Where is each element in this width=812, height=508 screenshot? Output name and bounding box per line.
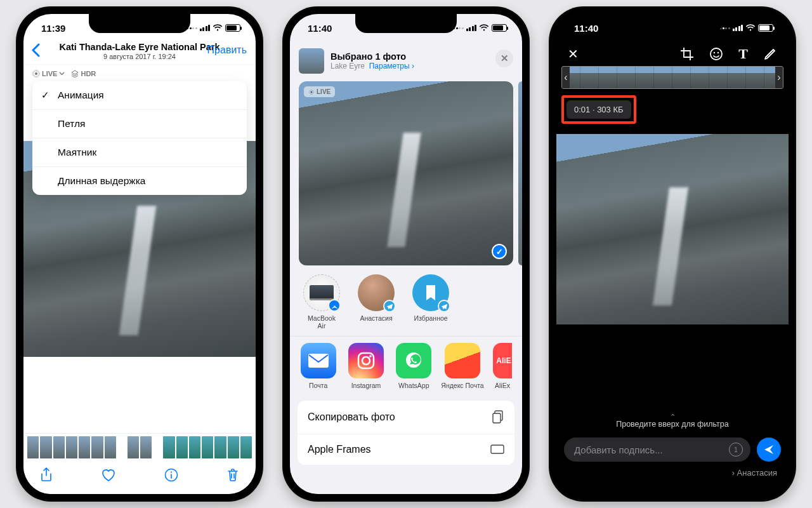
battery-icon bbox=[492, 24, 507, 32]
media-preview[interactable] bbox=[556, 134, 789, 324]
notch bbox=[355, 14, 457, 33]
svg-rect-15 bbox=[491, 445, 504, 453]
apps-row: Почта Instagram WhatsApp Яндекс Почта bbox=[290, 336, 522, 394]
hdr-stack-icon bbox=[71, 70, 79, 77]
status-time: 11:40 bbox=[308, 23, 332, 34]
cellular-icon bbox=[466, 25, 477, 31]
caption-input[interactable]: Добавить подпись... 1 bbox=[564, 438, 750, 462]
app-whatsapp[interactable]: WhatsApp bbox=[396, 343, 432, 389]
annotation-highlight: 0:01 · 303 КБ bbox=[561, 95, 636, 124]
photo-badges-row: LIVE HDR bbox=[23, 64, 256, 81]
close-button[interactable]: ✕ bbox=[495, 50, 513, 67]
selection-checkmark[interactable]: ✓ bbox=[492, 244, 507, 259]
share-target-contact[interactable]: Анастасия bbox=[355, 274, 398, 330]
airdrop-icon bbox=[328, 299, 341, 312]
live-effect-menu: Анимация Петля Маятник Длинная выдержка bbox=[32, 81, 247, 195]
cellular-icon bbox=[200, 25, 211, 31]
favorite-button[interactable] bbox=[101, 468, 116, 482]
telegram-icon bbox=[383, 300, 396, 312]
menu-item-loop[interactable]: Петля bbox=[32, 110, 247, 138]
action-copy-photo[interactable]: Скопировать фото bbox=[298, 401, 514, 434]
share-sheet-header: Выбрано 1 фото Lake Eyre Параметры › ✕ bbox=[290, 42, 522, 81]
app-yandex-mail[interactable]: Яндекс Почта bbox=[443, 343, 481, 389]
phone-share-sheet: 11:40 Выбрано 1 фото Lake Eyre Параметры… bbox=[282, 6, 530, 502]
view-once-toggle[interactable]: 1 bbox=[729, 443, 743, 457]
trim-handle-left[interactable]: ‹ bbox=[562, 67, 570, 88]
photo-toolbar bbox=[23, 461, 256, 494]
menu-item-animation[interactable]: Анимация bbox=[32, 81, 247, 110]
telegram-icon bbox=[438, 300, 450, 312]
status-time: 11:40 bbox=[574, 23, 598, 34]
text-button[interactable]: T bbox=[738, 46, 748, 62]
svg-point-5 bbox=[310, 91, 312, 93]
app-mail[interactable]: Почта bbox=[300, 343, 336, 389]
copy-icon bbox=[492, 410, 504, 424]
action-apple-frames[interactable]: Apple Frames bbox=[298, 434, 514, 465]
app-label: WhatsApp bbox=[398, 382, 429, 389]
share-actions-list: Скопировать фото Apple Frames bbox=[298, 401, 514, 465]
share-target-label: Анастасия bbox=[360, 314, 392, 322]
battery-icon bbox=[758, 24, 773, 32]
duration-size-badge: 0:01 · 303 КБ bbox=[566, 100, 631, 119]
share-target-saved[interactable]: Избранное bbox=[409, 274, 452, 330]
svg-rect-14 bbox=[493, 413, 501, 423]
instagram-icon bbox=[356, 351, 376, 371]
options-link[interactable]: Параметры › bbox=[369, 62, 414, 70]
menu-item-bounce[interactable]: Маятник bbox=[32, 138, 247, 167]
info-button[interactable] bbox=[164, 468, 178, 482]
chevron-down-icon bbox=[59, 72, 65, 76]
live-photo-dropdown[interactable]: LIVE bbox=[32, 70, 65, 77]
live-icon bbox=[308, 89, 315, 95]
app-label: Яндекс Почта bbox=[441, 382, 483, 389]
filter-swipe-hint: Проведите вверх для фильтра bbox=[564, 410, 781, 431]
sticker-button[interactable] bbox=[709, 47, 723, 61]
svg-point-17 bbox=[714, 52, 715, 53]
app-aliexpress[interactable]: AliE AliEx bbox=[493, 343, 512, 389]
cellular-icon bbox=[733, 25, 743, 31]
trash-button[interactable] bbox=[226, 467, 239, 483]
phone-telegram-editor: 11:40 ✕ T ‹ › 0:01 · 303 КБ bbox=[549, 6, 796, 502]
mail-icon bbox=[308, 353, 329, 368]
send-button[interactable] bbox=[757, 438, 781, 462]
notch bbox=[89, 14, 190, 33]
app-label: Instagram bbox=[351, 382, 381, 389]
svg-rect-9 bbox=[358, 353, 374, 368]
frame-icon bbox=[490, 444, 504, 455]
airdrop-contacts-row: MacBook Air Анастасия Избранное bbox=[290, 265, 522, 336]
video-timeline[interactable]: ‹ › bbox=[561, 66, 783, 89]
notch bbox=[622, 14, 723, 33]
share-target-macbook[interactable]: MacBook Air bbox=[300, 274, 343, 330]
svg-point-10 bbox=[362, 357, 370, 364]
svg-point-18 bbox=[717, 52, 719, 53]
svg-point-4 bbox=[171, 471, 172, 472]
battery-icon bbox=[225, 24, 240, 32]
hdr-badge: HDR bbox=[71, 70, 96, 77]
draw-button[interactable] bbox=[763, 47, 777, 61]
app-instagram[interactable]: Instagram bbox=[348, 343, 384, 389]
edit-button[interactable]: Править bbox=[207, 44, 247, 56]
whatsapp-icon bbox=[403, 350, 424, 371]
status-time: 11:39 bbox=[41, 23, 65, 34]
wifi-icon bbox=[745, 24, 756, 32]
live-badge: LIVE bbox=[304, 86, 335, 97]
share-target-label: MacBook Air bbox=[308, 314, 336, 330]
back-button[interactable] bbox=[31, 43, 40, 57]
recipient-label[interactable]: › Анастасия bbox=[564, 468, 781, 478]
photo-filmstrip[interactable] bbox=[23, 433, 256, 461]
close-button[interactable]: ✕ bbox=[568, 46, 579, 62]
bookmark-icon bbox=[423, 284, 438, 302]
wifi-icon bbox=[479, 24, 489, 32]
svg-rect-8 bbox=[308, 354, 329, 368]
share-button[interactable] bbox=[40, 467, 53, 483]
app-label: Почта bbox=[309, 382, 327, 389]
trim-handle-right[interactable]: › bbox=[775, 67, 783, 88]
next-photo-peek[interactable] bbox=[518, 81, 522, 265]
svg-point-0 bbox=[35, 72, 37, 75]
menu-item-long-exposure[interactable]: Длинная выдержка bbox=[32, 167, 247, 195]
wifi-icon bbox=[213, 24, 223, 32]
crop-button[interactable] bbox=[680, 47, 694, 61]
selected-photo-preview[interactable]: LIVE ✓ bbox=[299, 81, 513, 265]
caption-placeholder: Добавить подпись... bbox=[574, 444, 663, 455]
svg-point-16 bbox=[710, 48, 722, 60]
app-label: AliEx bbox=[495, 382, 510, 389]
